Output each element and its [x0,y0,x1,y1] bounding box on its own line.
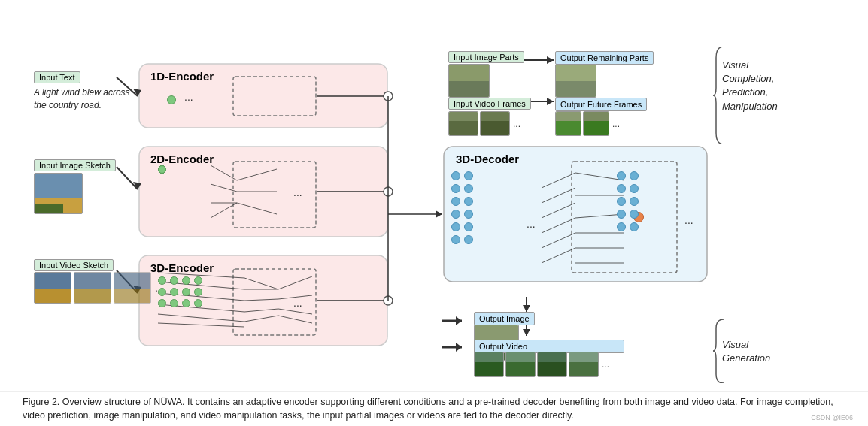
svg-line-49 [244,309,278,312]
dec3d-dots-label: ... [527,218,536,230]
svg-point-16 [384,296,393,305]
input-video-sketch-tag: Input Video Sketch [34,259,114,271]
enc3d-dots-label: ... [293,297,302,309]
caption-text: Figure 2. Overview structure of NÜWA. It… [23,397,833,421]
svg-line-61 [542,233,575,248]
enc2d-dots-label: ... [293,186,302,198]
svg-line-41 [211,203,237,218]
decoder-3d-title: 3D-Decoder [456,153,519,165]
svg-line-46 [244,278,278,289]
input-image-parts-tag: Input Image Parts [448,51,524,63]
input-text-tag: Input Text [34,71,80,83]
encoder-2d-title: 2D-Encoder [150,153,214,165]
output-remaining-parts-box: Output Remaining Parts [555,51,654,65]
svg-marker-9 [133,89,141,96]
dec3d-dots-right [617,171,639,231]
enc1d-dot [167,95,176,104]
dec3d-dots-left [451,171,473,244]
input-parts-thumb [448,64,490,98]
svg-line-50 [244,316,278,322]
svg-point-15 [384,187,393,196]
svg-line-39 [211,184,237,192]
input-video-frames-tag: Input Video Frames [448,98,531,110]
svg-line-38 [211,165,237,180]
input-image-sketch-tag: Input Image Sketch [34,159,116,171]
visual-generation-label: VisualGeneration [722,338,835,365]
svg-marker-30 [523,329,530,336]
svg-rect-4 [233,77,316,116]
svg-line-48 [244,299,278,301]
dec3d-after-dots: ... [684,214,693,226]
svg-line-59 [542,203,575,218]
svg-marker-24 [547,56,554,64]
svg-rect-6 [233,269,316,335]
visual-completion-label: VisualCompletion,Prediction,Manipulation [722,59,835,113]
svg-marker-34 [456,343,462,352]
svg-line-35 [237,169,277,180]
encoder-1d-title: 1D-Encoder [150,70,214,83]
encoder-3d-title: 3D-Encoder [150,261,214,274]
svg-line-10 [117,167,138,189]
svg-line-60 [542,218,575,233]
svg-rect-3 [444,147,707,282]
enc3d-dots [158,276,203,307]
svg-line-56 [158,323,244,327]
output-future-frames-box: Output Future Frames [555,98,647,111]
svg-marker-22 [436,210,442,218]
sketch-thumbnail [34,173,83,214]
video-sketch-thumbs: ... [34,272,164,304]
svg-line-44 [278,309,312,314]
svg-marker-11 [133,182,141,189]
svg-marker-28 [523,305,530,312]
svg-marker-32 [456,316,462,325]
watermark: CSDN @IE06 [811,414,853,421]
svg-point-14 [384,92,393,101]
svg-line-42 [278,276,312,289]
caption: Figure 2. Overview structure of NÜWA. It… [0,391,868,427]
output-video-thumbs: ... [474,352,609,377]
output-image-label: Output Image [474,312,535,325]
input-text-italic: A light wind blew across the country roa… [34,86,132,112]
output-remaining-thumb [555,64,596,98]
svg-line-62 [542,248,575,263]
svg-rect-5 [233,162,316,228]
svg-line-55 [158,314,244,322]
svg-line-57 [542,173,575,188]
svg-marker-26 [547,98,554,105]
svg-line-37 [237,203,277,214]
svg-line-58 [542,188,575,203]
output-future-frames-thumbs: ... [555,111,621,136]
svg-line-45 [278,316,312,323]
input-video-frames-thumbs: ... [448,111,522,136]
enc1d-dots-label: ... [184,91,193,103]
